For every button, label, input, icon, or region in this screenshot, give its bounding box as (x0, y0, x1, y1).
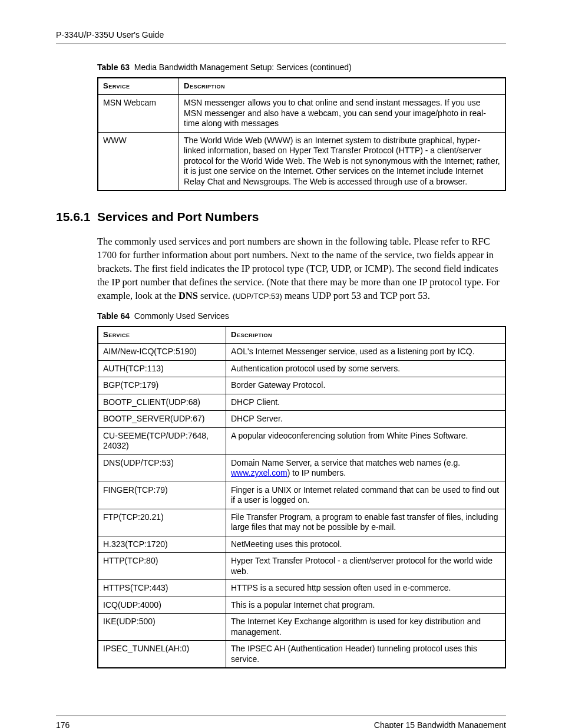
table64-header-description: Description (226, 327, 506, 343)
table63-label: Table 63 (97, 62, 130, 72)
description-cell: The IPSEC AH (Authentication Header) tun… (226, 641, 506, 668)
service-cell: IPSEC_TUNNEL(AH:0) (98, 641, 226, 668)
table64: Service Description AIM/New-ICQ(TCP:5190… (97, 326, 506, 668)
table-row: AIM/New-ICQ(TCP:5190)AOL's Internet Mess… (98, 344, 505, 361)
section-paragraph: The commonly used services and port numb… (97, 235, 506, 302)
page-number: 176 (56, 720, 70, 728)
table63-header-description: Description (179, 78, 506, 94)
table64-header-service: Service (98, 327, 226, 343)
table-row: CU-SEEME(TCP/UDP:7648, 24032)A popular v… (98, 427, 505, 454)
table-row: BOOTP_CLIENT(UDP:68)DHCP Client. (98, 394, 505, 411)
service-cell: FTP(TCP:20.21) (98, 509, 226, 536)
description-cell: DHCP Client. (226, 394, 506, 411)
description-cell: The Internet Key Exchange algorithm is u… (226, 614, 506, 641)
dns-bold: DNS (178, 290, 198, 301)
page-header: P-334U/P-335U User's Guide (56, 29, 506, 44)
table-row: MSN Webcam MSN messenger allows you to c… (98, 95, 505, 133)
service-cell: AUTH(TCP:113) (98, 360, 226, 377)
service-cell: BOOTP_SERVER(UDP:67) (98, 411, 226, 428)
table-row: HTTPS(TCP:443)HTTPS is a secured http se… (98, 580, 505, 597)
description-cell: Hyper Text Transfer Protocol - a client/… (226, 553, 506, 580)
page-footer: 176 Chapter 15 Bandwidth Management (56, 716, 506, 728)
service-cell: BGP(TCP:179) (98, 377, 226, 394)
para-mid: service. (198, 290, 233, 301)
description-cell: The World Wide Web (WWW) is an Internet … (179, 132, 506, 190)
description-cell: This is a popular Internet chat program. (226, 597, 506, 614)
chapter-label: Chapter 15 Bandwidth Management (374, 720, 506, 728)
service-cell: FINGER(TCP:79) (98, 482, 226, 509)
service-cell: AIM/New-ICQ(TCP:5190) (98, 344, 226, 361)
description-cell: File Transfer Program, a program to enab… (226, 509, 506, 536)
table64-label: Table 64 (97, 311, 130, 321)
service-cell: MSN Webcam (98, 95, 179, 133)
service-cell: CU-SEEME(TCP/UDP:7648, 24032) (98, 427, 226, 454)
para-post: means UDP port 53 and TCP port 53. (282, 290, 430, 301)
table-row: DNS(UDP/TCP:53) Domain Name Server, a se… (98, 454, 505, 482)
service-cell: WWW (98, 132, 179, 190)
table-row: HTTP(TCP:80)Hyper Text Transfer Protocol… (98, 553, 505, 580)
description-cell: HTTPS is a secured http session often us… (226, 580, 506, 597)
table-row: BGP(TCP:179)Border Gateway Protocol. (98, 377, 505, 394)
description-cell: Border Gateway Protocol. (226, 377, 506, 394)
service-cell: HTTP(TCP:80) (98, 553, 226, 580)
section-title: Services and Port Numbers (97, 210, 259, 223)
section-heading: 15.6.1 Services and Port Numbers (56, 209, 506, 225)
description-cell: Authentication protocol used by some ser… (226, 360, 506, 377)
table-row: IKE(UDP:500)The Internet Key Exchange al… (98, 614, 505, 641)
table64-text: Commonly Used Services (134, 311, 229, 321)
service-cell: H.323(TCP:1720) (98, 536, 226, 553)
service-cell: DNS(UDP/TCP:53) (98, 454, 226, 482)
service-cell: ICQ(UDP:4000) (98, 597, 226, 614)
section-number: 15.6.1 (56, 210, 90, 223)
table-row: AUTH(TCP:113)Authentication protocol use… (98, 360, 505, 377)
table63-header-service: Service (98, 78, 179, 94)
description-cell: DHCP Server. (226, 411, 506, 428)
table63: Service Description MSN Webcam MSN messe… (97, 77, 506, 191)
table-row: ICQ(UDP:4000)This is a popular Internet … (98, 597, 505, 614)
zyxel-link[interactable]: www.zyxel.com (231, 468, 287, 477)
table-row: H.323(TCP:1720)NetMeeting uses this prot… (98, 536, 505, 553)
description-cell: NetMeeting uses this protocol. (226, 536, 506, 553)
description-cell: MSN messenger allows you to chat online … (179, 95, 506, 133)
table63-caption: Table 63 Media Bandwidth Management Setu… (56, 62, 506, 73)
description-cell: AOL's Internet Messenger service, used a… (226, 344, 506, 361)
table-row: WWW The World Wide Web (WWW) is an Inter… (98, 132, 505, 190)
description-cell: Domain Name Server, a service that match… (226, 454, 506, 482)
udp-tcp-small: (UDP/TCP:53) (233, 292, 282, 301)
guide-title: P-334U/P-335U User's Guide (56, 30, 164, 39)
table-row: FINGER(TCP:79)Finger is a UNIX or Intern… (98, 482, 505, 509)
description-cell: A popular videoconferencing solution fro… (226, 427, 506, 454)
service-cell: BOOTP_CLIENT(UDP:68) (98, 394, 226, 411)
table64-caption: Table 64 Commonly Used Services (56, 311, 506, 321)
table-row: FTP(TCP:20.21)File Transfer Program, a p… (98, 509, 505, 536)
service-cell: IKE(UDP:500) (98, 614, 226, 641)
service-cell: HTTPS(TCP:443) (98, 580, 226, 597)
table63-text: Media Bandwidth Management Setup: Servic… (134, 62, 352, 72)
table-row: IPSEC_TUNNEL(AH:0)The IPSEC AH (Authenti… (98, 641, 505, 668)
table-row: BOOTP_SERVER(UDP:67)DHCP Server. (98, 411, 505, 428)
description-cell: Finger is a UNIX or Internet related com… (226, 482, 506, 509)
